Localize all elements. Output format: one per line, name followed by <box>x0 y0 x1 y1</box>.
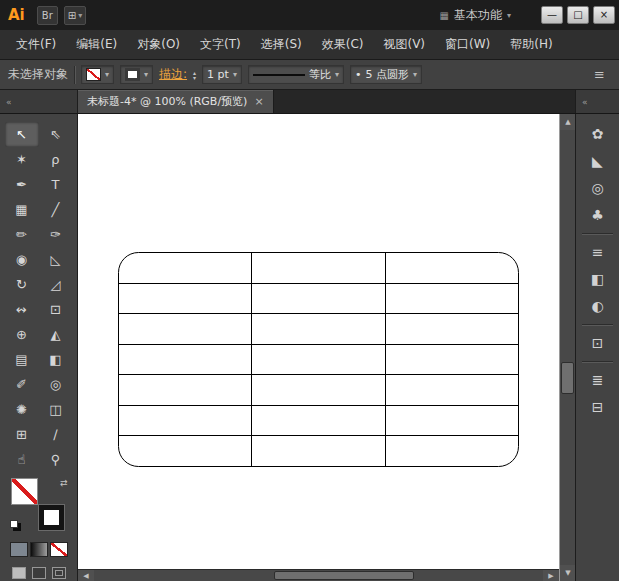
stroke-color-dropdown[interactable]: ▾ <box>120 65 153 84</box>
lasso-tool[interactable]: ρ <box>39 147 73 172</box>
symbol-sprayer-tool[interactable]: ✺ <box>5 397 39 422</box>
zoom-tool[interactable]: ⚲ <box>39 447 73 472</box>
links-panel-icon[interactable]: ⊡ <box>583 330 613 356</box>
eyedropper-tool[interactable]: ✐ <box>5 372 39 397</box>
draw-inside-mode-button[interactable] <box>52 567 66 579</box>
horizontal-scrollbar[interactable]: ◀ ▶ <box>78 569 559 581</box>
bridge-icon[interactable]: Br <box>37 6 58 25</box>
spinner-down-icon[interactable]: ▾ <box>193 75 196 80</box>
width-profile-combo[interactable]: 等比 ▾ <box>248 65 344 84</box>
toolbar-collapse-button[interactable]: « <box>0 90 78 113</box>
gradient-tool[interactable]: ◧ <box>39 347 73 372</box>
column-graph-tool[interactable]: ◫ <box>39 397 73 422</box>
app-logo: Ai <box>8 6 25 24</box>
scroll-down-button[interactable]: ▼ <box>560 565 576 581</box>
fill-indicator[interactable] <box>11 478 38 505</box>
arrange-documents-glyph: ⊞ <box>68 10 76 21</box>
vertical-scroll-track[interactable] <box>560 130 575 565</box>
hand-tool[interactable]: ☝ <box>5 447 39 472</box>
gradient-panel-icon[interactable]: ◧ <box>583 266 613 292</box>
tab-close-icon[interactable]: × <box>254 95 263 108</box>
perspective-grid-tool[interactable]: ◭ <box>39 322 73 347</box>
arrange-documents-icon[interactable]: ⊞ ▾ <box>64 6 86 25</box>
brush-definition-combo[interactable]: • 5 点圆形 ▾ <box>350 65 422 84</box>
mesh-tool[interactable]: ▤ <box>5 347 39 372</box>
menu-type[interactable]: 文字(T) <box>190 30 251 59</box>
free-transform-tool[interactable]: ⊡ <box>39 297 73 322</box>
color-button[interactable] <box>10 542 28 557</box>
scale-tool[interactable]: ◿ <box>39 272 73 297</box>
menu-object[interactable]: 对象(O) <box>127 30 190 59</box>
color-guide-panel-icon[interactable]: ◣ <box>583 148 613 174</box>
pen-tool[interactable]: ✒ <box>5 172 39 197</box>
transparency-panel-icon[interactable]: ◐ <box>583 293 613 319</box>
menu-effect[interactable]: 效果(C) <box>312 30 374 59</box>
control-panel-menu-icon[interactable]: ≡ <box>588 67 611 82</box>
default-fill-stroke-icon[interactable] <box>10 520 18 528</box>
direct-selection-tool[interactable]: ⇖ <box>39 122 73 147</box>
stroke-weight-combo[interactable]: 1 pt ▾ <box>202 65 242 84</box>
vertical-scroll-thumb[interactable] <box>561 362 574 394</box>
artwork-svg <box>78 114 559 569</box>
stroke-weight-stepper[interactable]: ▴ ▾ <box>193 70 196 80</box>
slice-tool[interactable]: ∕ <box>39 422 73 447</box>
horizontal-scroll-thumb[interactable] <box>274 571 414 580</box>
paintbrush-tool[interactable]: ✑ <box>39 222 73 247</box>
line-segment-tool[interactable]: ╱ <box>39 197 73 222</box>
horizontal-scroll-track[interactable] <box>94 570 543 581</box>
minimize-button[interactable]: — <box>541 6 563 24</box>
appearance-panel-icon[interactable]: ◎ <box>583 175 613 201</box>
color-panel-icon[interactable]: ✿ <box>583 121 613 147</box>
table-artwork[interactable] <box>119 253 519 467</box>
vertical-scrollbar[interactable]: ▲ ▼ <box>559 114 575 581</box>
swatch-buttons <box>0 542 77 557</box>
chevron-down-icon: ▾ <box>78 11 82 20</box>
artboard-tool[interactable]: ⊞ <box>5 422 39 447</box>
menu-help[interactable]: 帮助(H) <box>500 30 562 59</box>
scroll-right-button[interactable]: ▶ <box>543 570 559 581</box>
close-button[interactable]: × <box>593 6 615 24</box>
eraser-tool[interactable]: ◺ <box>39 247 73 272</box>
blend-tool[interactable]: ◎ <box>39 372 73 397</box>
pencil-tool[interactable]: ✏ <box>5 222 39 247</box>
menu-select[interactable]: 选择(S) <box>251 30 312 59</box>
restore-button[interactable]: □ <box>567 6 589 24</box>
fill-none-swatch <box>86 68 101 81</box>
magic-wand-tool[interactable]: ✶ <box>5 147 39 172</box>
blob-brush-tool[interactable]: ◉ <box>5 247 39 272</box>
menu-file[interactable]: 文件(F) <box>6 30 66 59</box>
gradient-button[interactable] <box>30 542 48 557</box>
menu-edit[interactable]: 编辑(E) <box>66 30 127 59</box>
artboards-panel-icon[interactable]: ⊟ <box>583 394 613 420</box>
tabbar-empty-area <box>274 90 575 113</box>
none-button[interactable] <box>50 542 68 557</box>
scroll-up-button[interactable]: ▲ <box>560 114 576 130</box>
chevron-down-icon: ▾ <box>413 70 417 79</box>
rotate-tool[interactable]: ↻ <box>5 272 39 297</box>
selection-tool[interactable]: ↖ <box>5 122 39 147</box>
none-slash <box>51 543 67 556</box>
stroke-panel-icon[interactable]: ≡ <box>583 239 613 265</box>
draw-normal-mode-button[interactable] <box>12 567 26 579</box>
menu-window[interactable]: 窗口(W) <box>435 30 500 59</box>
document-tab[interactable]: 未标题-4* @ 100% (RGB/预览) × <box>78 90 274 113</box>
dock-collapse-button[interactable]: « <box>575 90 619 113</box>
menu-bar: 文件(F)编辑(E)对象(O)文字(T)选择(S)效果(C)视图(V)窗口(W)… <box>0 30 619 60</box>
stroke-panel-link[interactable]: 描边: <box>159 66 187 83</box>
width-tool[interactable]: ↭ <box>5 297 39 322</box>
panel-dock: ✿◣◎♣≡◧◐⊡≣⊟ <box>575 114 619 581</box>
scroll-left-button[interactable]: ◀ <box>78 570 94 581</box>
draw-behind-mode-button[interactable] <box>32 567 46 579</box>
fill-stroke-indicator: ⇄ <box>8 478 70 530</box>
shape-builder-tool[interactable]: ⊕ <box>5 322 39 347</box>
symbols-panel-icon[interactable]: ♣ <box>583 202 613 228</box>
fill-color-dropdown[interactable]: ▾ <box>81 65 114 84</box>
workspace-switcher[interactable]: ▦ 基本功能 ▾ <box>440 7 511 24</box>
stroke-indicator[interactable] <box>39 505 64 530</box>
artboard[interactable] <box>78 114 559 569</box>
menu-view[interactable]: 视图(V) <box>373 30 435 59</box>
type-tool[interactable]: T <box>39 172 73 197</box>
rectangular-grid-tool[interactable]: ▦ <box>5 197 39 222</box>
layers-panel-icon[interactable]: ≣ <box>583 367 613 393</box>
swap-fill-stroke-icon[interactable]: ⇄ <box>60 478 68 488</box>
